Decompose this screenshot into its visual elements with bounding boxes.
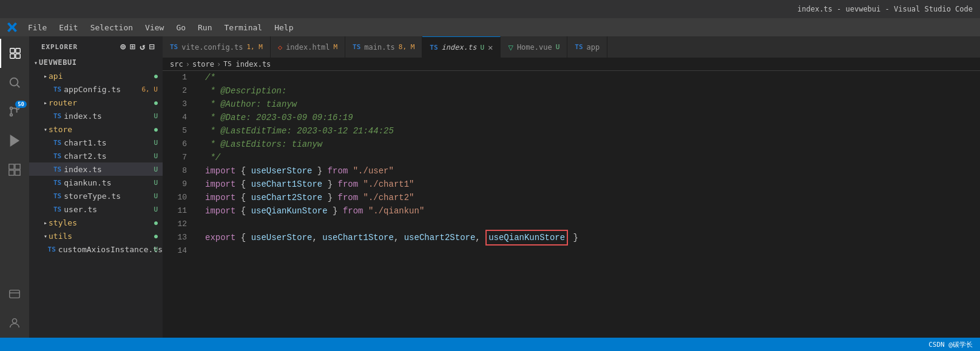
tab-indexhtml[interactable]: ◇ index.html M	[271, 36, 345, 58]
tab-homevue-label: Home.vue	[517, 43, 552, 52]
ts-icon: TS	[53, 85, 61, 93]
menu-help[interactable]: Help	[268, 21, 299, 35]
code-line-1: /*	[205, 71, 968, 84]
explorer-label: EXPLORER	[41, 43, 78, 51]
code-line-7: */	[205, 151, 968, 164]
breadcrumb-store: store	[192, 60, 214, 69]
root-folder[interactable]: ▾ UEVWEBUI	[29, 56, 163, 69]
router-status-dot: ●	[154, 99, 158, 106]
ln-9: 9	[163, 178, 187, 191]
run-debug-icon[interactable]	[0, 126, 29, 155]
api-folder-label: api	[49, 72, 63, 81]
appConfig-status: 6, U	[142, 85, 158, 93]
folder-styles[interactable]: ▸ styles ●	[29, 216, 163, 229]
svg-line-5	[17, 85, 19, 87]
code-line-8: import { useUserStore } from "./user"	[205, 164, 968, 178]
menu-terminal[interactable]: Terminal	[218, 21, 269, 35]
folder-utils[interactable]: ▾ utils ●	[29, 229, 163, 242]
file-storeType[interactable]: TS storeType.ts U	[29, 189, 163, 202]
ts-icon: TS	[53, 112, 61, 120]
remote-icon[interactable]	[0, 279, 29, 309]
code-line-9: import { useChart1Store } from "./chart1…	[205, 178, 968, 191]
menu-run[interactable]: Run	[192, 21, 218, 35]
menu-file[interactable]: File	[22, 21, 53, 35]
new-folder-icon[interactable]: ⊞	[130, 41, 136, 52]
file-appConfig[interactable]: TS appConfig.ts 6, U	[29, 82, 163, 96]
router-index-label: index.ts	[64, 112, 102, 121]
router-arrow: ▸	[44, 99, 47, 106]
file-qiankun[interactable]: TS qiankun.ts U	[29, 176, 163, 189]
refresh-icon[interactable]: ↺	[140, 41, 146, 52]
folder-store[interactable]: ▾ store ●	[29, 122, 163, 136]
svg-rect-11	[15, 164, 20, 169]
tab-app-label: app	[587, 43, 600, 52]
breadcrumb-sep1: ›	[186, 60, 190, 69]
file-router-index[interactable]: TS index.ts U	[29, 109, 163, 122]
tab-viteconfig[interactable]: TS vite.config.ts 1, M	[163, 36, 271, 58]
router-folder-label: router	[49, 98, 77, 107]
ts-tab-icon-active: TS	[430, 44, 438, 52]
store-folder-label: store	[49, 125, 72, 134]
svg-rect-14	[10, 290, 20, 298]
file-chart1[interactable]: TS chart1.ts U	[29, 136, 163, 149]
accounts-icon[interactable]	[0, 309, 29, 338]
tab-app[interactable]: TS app	[567, 36, 607, 58]
svg-rect-0	[10, 48, 15, 53]
breadcrumb-sep2: ›	[217, 60, 221, 69]
main-layout: 50	[0, 36, 980, 338]
tab-maints[interactable]: TS main.ts 8, M	[345, 36, 422, 58]
menu-edit[interactable]: Edit	[53, 21, 84, 35]
ln-4: 4	[163, 111, 187, 124]
extensions-icon[interactable]	[0, 155, 29, 184]
code-line-11: import { useQianKunStore } from "./qiank…	[205, 204, 968, 218]
tab-indexhtml-badge: M	[333, 43, 337, 51]
collapse-all-icon[interactable]: ⊟	[149, 41, 155, 52]
qiankun-label: qiankun.ts	[64, 178, 111, 187]
file-chart2[interactable]: TS chart2.ts U	[29, 149, 163, 162]
search-activity-icon[interactable]	[0, 68, 29, 97]
code-editor[interactable]: 1 2 3 4 5 6 7 8 9 10 11 12 13 14 /* * @D…	[163, 71, 980, 338]
menu-go[interactable]: Go	[170, 21, 192, 35]
code-content[interactable]: /* * @Description: * @Author: tianyw * @…	[193, 71, 980, 338]
tab-maints-label: main.ts	[364, 43, 395, 52]
ts-icon: TS	[53, 206, 61, 213]
file-customAxios[interactable]: TS customAxiosInstance.ts U	[29, 242, 163, 256]
breadcrumb-ts-icon: TS	[223, 60, 231, 68]
ln-1: 1	[163, 71, 187, 84]
ts-tab-icon: TS	[170, 43, 178, 51]
menu-selection[interactable]: Selection	[84, 21, 139, 35]
status-watermark: CSDN @碳学长	[928, 340, 973, 349]
utils-folder-label: utils	[49, 232, 72, 241]
svg-rect-13	[15, 170, 20, 175]
highlight-useQianKunStore: useQianKunStore	[485, 230, 568, 246]
tab-indexts-close[interactable]: ✕	[488, 42, 493, 52]
ts-tab-icon: TS	[353, 43, 360, 51]
ln-10: 10	[163, 191, 187, 204]
svg-rect-10	[9, 164, 14, 169]
root-folder-label: UEVWEBUI	[39, 58, 77, 67]
router-index-status: U	[154, 112, 158, 120]
code-line-14	[205, 244, 968, 258]
svg-point-16	[12, 319, 16, 323]
tab-indexts[interactable]: TS index.ts U ✕	[422, 36, 501, 58]
tab-homevue[interactable]: ▽ Home.vue U	[501, 36, 567, 58]
sidebar: EXPLORER ⊕ ⊞ ↺ ⊟ ▾ UEVWEBUI ▸ api ●	[29, 36, 163, 338]
code-line-12	[205, 218, 968, 231]
styles-arrow: ▸	[44, 219, 47, 226]
ts-icon: TS	[53, 139, 61, 147]
file-user[interactable]: TS user.ts U	[29, 202, 163, 216]
storeType-label: storeType.ts	[64, 192, 121, 201]
ln-3: 3	[163, 98, 187, 111]
explorer-icon[interactable]	[0, 39, 29, 68]
tab-indexts-label: index.ts	[442, 43, 477, 52]
svg-rect-1	[16, 48, 20, 53]
new-file-icon[interactable]: ⊕	[120, 41, 126, 52]
source-control-icon[interactable]: 50	[0, 97, 29, 126]
breadcrumb: src › store › TS index.ts	[163, 58, 980, 71]
menu-view[interactable]: View	[139, 21, 170, 35]
folder-router[interactable]: ▸ router ●	[29, 96, 163, 109]
title-bar: index.ts - uevwebui - Visual Studio Code	[0, 0, 980, 18]
folder-api[interactable]: ▸ api ●	[29, 69, 163, 82]
file-store-index[interactable]: TS index.ts U	[29, 162, 163, 176]
code-line-6: * @LastEditors: tianyw	[205, 138, 968, 151]
